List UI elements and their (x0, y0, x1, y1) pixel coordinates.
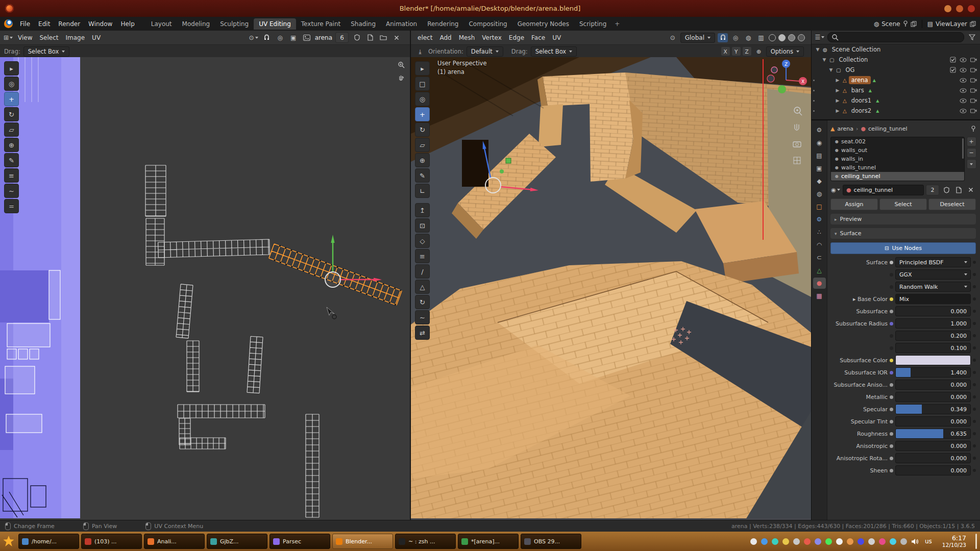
decorator-dot[interactable] (973, 432, 976, 435)
tray-icon[interactable] (836, 538, 843, 545)
decorator-dot[interactable] (973, 395, 976, 398)
vp-menu-elect[interactable]: elect (414, 33, 436, 43)
move-tool[interactable]: + (4, 92, 19, 106)
properties-tab-particles[interactable]: ∴ (813, 227, 826, 238)
outliner-row-doors1[interactable]: ▶△doors1▲ (812, 95, 980, 106)
rotate-tool[interactable]: ↻ (415, 122, 430, 137)
check-icon[interactable] (950, 57, 956, 63)
uv-menu-select[interactable]: Select (36, 33, 62, 43)
unlink-image-icon[interactable] (391, 33, 402, 42)
mirror-z-button[interactable]: Z (742, 46, 752, 56)
smooth-tool[interactable]: ~ (415, 310, 430, 324)
scene-selector[interactable]: Scene (881, 20, 900, 28)
prop-slider[interactable]: 0.000 (895, 392, 971, 402)
browse-material-icon[interactable]: ◉ (830, 185, 841, 194)
slot-scrollbar[interactable] (962, 138, 964, 159)
keyboard-layout[interactable]: us (925, 538, 932, 545)
app-launcher-icon[interactable] (3, 536, 14, 547)
extrude-tool[interactable]: ↥ (415, 203, 430, 217)
new-image-icon[interactable] (365, 33, 375, 42)
image-browse-icon[interactable] (302, 33, 312, 42)
decorator-dot[interactable] (973, 359, 976, 362)
clock[interactable]: 6:17 12/10/23 (942, 534, 966, 548)
properties-tab-constraints[interactable]: ⊂ (813, 252, 826, 263)
remove-slot-icon[interactable]: − (967, 148, 976, 158)
minimize-button[interactable] (944, 5, 951, 12)
spin-tool[interactable]: ↻ (415, 295, 430, 309)
tray-icon[interactable] (825, 538, 832, 545)
taskbar-app-home[interactable]: /home/... (18, 534, 79, 549)
taskbar-app-obs-29[interactable]: OBS 29... (521, 534, 581, 549)
eye-icon[interactable] (960, 58, 967, 62)
decorator-dot[interactable] (973, 346, 976, 349)
prop-number-field[interactable]: 0.200 (895, 331, 971, 341)
vp-menu-uv[interactable]: UV (549, 33, 565, 43)
editor-type-icon[interactable]: ☰ (815, 33, 825, 42)
box-select-tool[interactable]: □ (415, 77, 430, 91)
properties-tab-view-layer[interactable]: ▣ (813, 163, 826, 174)
tray-icon[interactable] (761, 538, 768, 545)
prop-slider[interactable]: 1.400 (895, 367, 971, 378)
vp-menu-add[interactable]: Add (436, 33, 455, 43)
decorator-dot[interactable] (973, 457, 976, 460)
tab-rendering[interactable]: Rendering (422, 18, 463, 30)
options-dropdown[interactable]: Options (766, 46, 804, 57)
add-slot-icon[interactable]: + (967, 137, 976, 146)
properties-tab-tool[interactable]: ⚙ (813, 124, 826, 136)
tray-icon[interactable] (900, 538, 907, 545)
assign-button[interactable]: Assign (830, 198, 878, 210)
edge-slide-tool[interactable]: ⇄ (415, 325, 430, 340)
knife-tool[interactable]: / (415, 264, 430, 279)
outliner-search[interactable] (827, 32, 964, 42)
material-slot-ceiling-tunnel[interactable]: ●ceiling_tunnel (831, 172, 964, 181)
taskbar-app-anali[interactable]: Anali... (144, 534, 205, 549)
proportional-edit-icon[interactable]: ◎ (275, 33, 285, 42)
maximize-button[interactable] (956, 5, 963, 12)
outliner-row-og[interactable]: ▼▢OG (812, 65, 980, 75)
snap-magnet-icon[interactable] (262, 33, 272, 42)
mirror-y-button[interactable]: Y (731, 46, 741, 56)
move-tool[interactable]: + (415, 107, 430, 121)
show-desktop-button[interactable] (975, 534, 977, 549)
annotate-tool[interactable]: ✎ (4, 153, 19, 167)
deselect-button[interactable]: Deselect (928, 198, 976, 210)
pinch-tool[interactable]: = (4, 199, 19, 213)
properties-tab-object[interactable]: □ (813, 201, 826, 212)
chevron-right-icon[interactable]: ▶ (835, 108, 841, 113)
transform-orientation-dropdown[interactable]: Global (680, 33, 715, 43)
decorator-dot[interactable] (973, 469, 976, 472)
tray-icon[interactable] (750, 538, 757, 545)
mirror-x-button[interactable]: X (721, 46, 730, 56)
transform-tool[interactable]: ⊕ (415, 153, 430, 167)
decorator-dot[interactable] (973, 334, 976, 337)
vp-menu-face[interactable]: Face (528, 33, 549, 43)
cursor-tool[interactable]: ◎ (415, 92, 430, 106)
snap-settings-icon[interactable]: ⊕ (754, 47, 764, 56)
tab-scripting[interactable]: Scripting (574, 18, 611, 30)
properties-tab-render[interactable]: ◉ (813, 137, 826, 148)
properties-tab-physics[interactable]: ◠ (813, 239, 826, 251)
tray-icon[interactable] (815, 538, 821, 545)
chevron-down-icon[interactable]: ▼ (828, 67, 834, 72)
decorator-dot[interactable] (973, 285, 976, 288)
decorator-dot[interactable] (973, 420, 976, 423)
shading-material-icon[interactable] (788, 34, 795, 41)
properties-tab-world[interactable]: ◍ (813, 188, 826, 199)
eye-icon[interactable] (960, 78, 967, 83)
poly-build-tool[interactable]: △ (415, 280, 430, 294)
material-slot-walls-out[interactable]: ●walls_out (831, 146, 964, 155)
menu-render[interactable]: Render (54, 19, 84, 29)
menu-file[interactable]: File (16, 19, 34, 29)
eye-icon[interactable] (960, 98, 967, 103)
prop-slider[interactable]: 0.000 (895, 416, 971, 427)
viewport-canvas[interactable]: ZX User Perspective (1) arena ▸□◎+↻▱⊕✎∟↥… (411, 57, 811, 520)
shading-rendered-icon[interactable] (798, 34, 805, 41)
decorator-dot[interactable] (973, 261, 976, 264)
properties-tab-output[interactable]: ▤ (813, 150, 826, 161)
check-icon[interactable] (950, 67, 956, 73)
prop-number-field[interactable]: 1.000 (895, 318, 971, 329)
prop-node-button[interactable]: Mix (895, 294, 971, 304)
measure-tool[interactable]: ∟ (415, 184, 430, 198)
vp-drag-mode-dropdown[interactable]: Select Box (531, 46, 577, 57)
decorator-dot[interactable] (973, 297, 976, 300)
